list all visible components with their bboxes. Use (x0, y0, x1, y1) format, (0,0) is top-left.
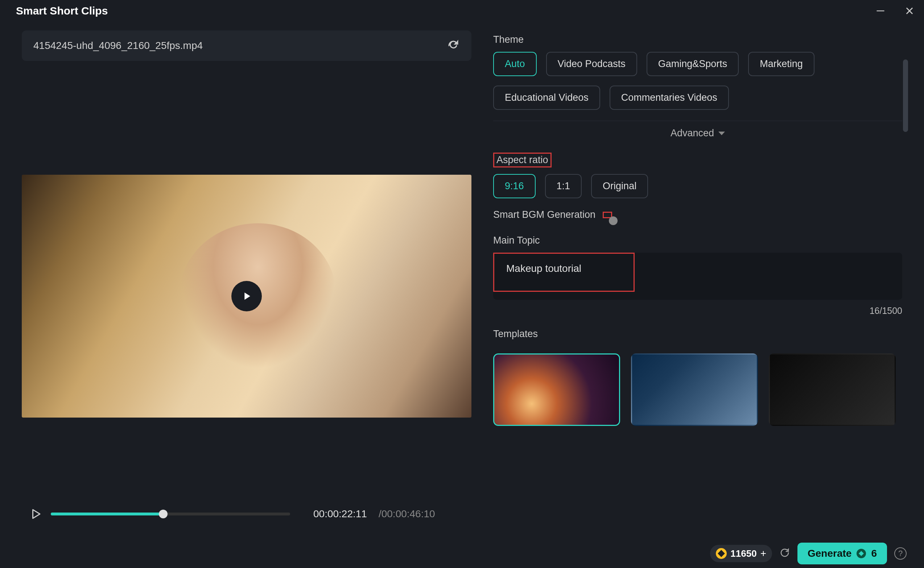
template-card-1[interactable] (493, 353, 620, 426)
generate-button[interactable]: Generate 6 (797, 542, 887, 564)
theme-options: Auto Video Podcasts Gaming&Sports Market… (493, 52, 902, 110)
help-icon[interactable]: ? (894, 547, 907, 560)
cost-coin-icon (856, 549, 866, 558)
file-bar: 4154245-uhd_4096_2160_25fps.mp4 (22, 30, 472, 61)
aspect-chip-original[interactable]: Original (591, 174, 648, 198)
total-time: /00:00:46:10 (379, 508, 435, 520)
char-counter: 16/1500 (493, 305, 902, 316)
generate-label: Generate (808, 548, 851, 559)
theme-chip-educational[interactable]: Educational Videos (493, 86, 600, 110)
bgm-row: Smart BGM Generation (493, 209, 902, 221)
left-panel: 4154245-uhd_4096_2160_25fps.mp4 (22, 30, 472, 530)
aspect-ratio-options: 9:16 1:1 Original (493, 174, 902, 198)
main-topic-input[interactable] (493, 253, 902, 300)
play-overlay-button[interactable] (231, 281, 262, 311)
advanced-label: Advanced (670, 128, 714, 139)
video-thumbnail[interactable] (22, 175, 472, 418)
aspect-chip-1-1[interactable]: 1:1 (545, 174, 582, 198)
app-window: Smart Short Clips 4154245-uhd_4096_2160_… (0, 0, 924, 568)
scrollbar[interactable] (903, 59, 908, 132)
plus-icon[interactable]: + (761, 548, 766, 559)
reload-icon[interactable] (779, 547, 790, 560)
templates-label: Templates (493, 328, 538, 340)
title-bar: Smart Short Clips (0, 0, 924, 22)
minimize-button[interactable] (875, 5, 886, 17)
progress-handle[interactable] (159, 510, 168, 518)
theme-chip-commentaries[interactable]: Commentaries Videos (609, 86, 729, 110)
theme-label: Theme (493, 34, 524, 45)
advanced-toggle[interactable]: Advanced (493, 121, 902, 139)
theme-chip-marketing[interactable]: Marketing (748, 52, 815, 76)
video-preview-area (22, 65, 472, 425)
settings-panel: Theme Auto Video Podcasts Gaming&Sports … (479, 30, 909, 530)
refresh-icon[interactable] (447, 39, 460, 52)
theme-chip-gaming-sports[interactable]: Gaming&Sports (647, 52, 739, 76)
chevron-down-icon (718, 131, 725, 135)
aspect-ratio-label: Aspect ratio (493, 153, 552, 168)
play-button[interactable] (29, 508, 42, 521)
template-card-3[interactable] (769, 353, 896, 426)
credits-amount: 11650 (730, 548, 756, 559)
player-controls: 00:00:22:11 /00:00:46:10 (22, 498, 472, 530)
close-button[interactable] (904, 5, 915, 17)
templates-row (493, 353, 902, 426)
generate-cost: 6 (871, 548, 877, 559)
theme-chip-video-podcasts[interactable]: Video Podcasts (546, 52, 637, 76)
coin-icon (716, 548, 727, 559)
theme-chip-auto[interactable]: Auto (493, 52, 537, 76)
credits-pill[interactable]: 11650 + (710, 545, 772, 562)
file-name: 4154245-uhd_4096_2160_25fps.mp4 (33, 40, 203, 51)
progress-slider[interactable] (51, 512, 290, 515)
current-time: 00:00:22:11 (313, 508, 367, 520)
bgm-label: Smart BGM Generation (493, 209, 596, 221)
template-card-2[interactable] (631, 353, 758, 426)
footer-bar: 11650 + Generate 6 ? (0, 539, 924, 568)
svg-rect-0 (877, 11, 885, 11)
app-title: Smart Short Clips (16, 5, 108, 17)
aspect-chip-9-16[interactable]: 9:16 (493, 174, 535, 198)
main-topic-label: Main Topic (493, 235, 540, 246)
